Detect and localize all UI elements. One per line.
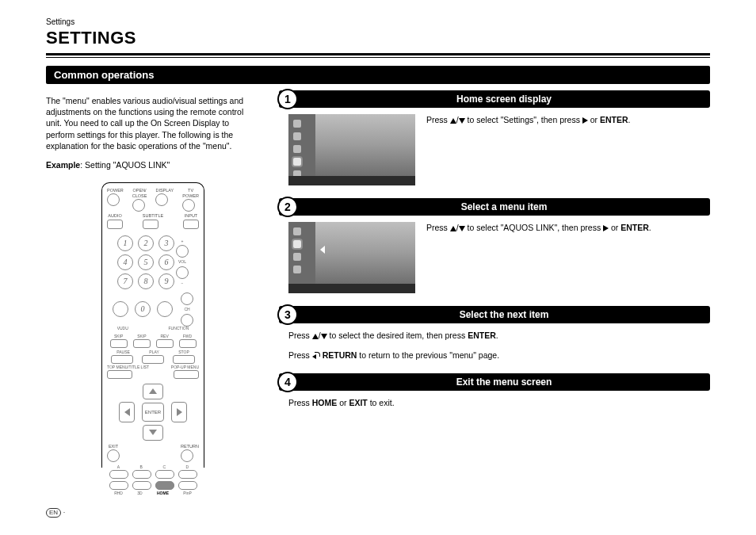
return-icon: [312, 352, 320, 359]
example-text: : Setting "AQUOS LINK": [80, 160, 170, 170]
step-1-instruction: Press / to select "Settings", then press…: [426, 114, 631, 185]
menu-screen-preview: [288, 222, 415, 293]
step-4-instruction: Press HOME or EXIT to exit.: [288, 397, 710, 409]
step-title: Exit the menu screen: [298, 376, 710, 388]
step-number: 3: [277, 304, 298, 325]
up-arrow-icon: [450, 118, 456, 124]
step-1-header: 1 Home screen display: [279, 90, 710, 108]
remote-control-illustration: POWER OPEN/ CLOSE DISPLAY TV POWER AUDIO…: [101, 182, 204, 468]
page-title: SETTINGS: [46, 28, 710, 53]
home-screen-preview: [288, 114, 415, 185]
step-3-instruction-line2: Press RETURN to return to the previous "…: [288, 350, 710, 361]
page-footer: EN ·: [46, 508, 65, 518]
intro-paragraph: The "menu" enables various audio/visual …: [46, 95, 260, 151]
step-3-header: 3 Select the next item: [279, 306, 710, 323]
step-2-header: 2 Select a menu item: [279, 198, 710, 216]
step-number: 4: [277, 372, 298, 392]
right-arrow-icon: [603, 225, 609, 231]
step-3-instruction-line1: Press / to select the desired item, then…: [288, 330, 710, 342]
right-arrow-icon: [582, 117, 588, 124]
step-title: Select a menu item: [298, 201, 710, 212]
step-title: Home screen display: [298, 94, 710, 105]
step-number: 2: [277, 197, 298, 217]
step-2-instruction: Press / to select "AQUOS LINK", then pre…: [426, 222, 651, 293]
down-arrow-icon: [459, 226, 465, 231]
section-heading: Common operations: [46, 66, 710, 84]
step-4-header: 4 Exit the menu screen: [279, 373, 710, 391]
step-number: 1: [277, 89, 298, 109]
breadcrumb: Settings: [46, 17, 710, 26]
horizontal-rule: [46, 53, 710, 55]
down-arrow-icon: [321, 334, 327, 339]
down-arrow-icon: [459, 118, 465, 124]
example-label: Example: [46, 160, 80, 170]
step-title: Select the next item: [298, 309, 710, 320]
horizontal-rule: [46, 57, 710, 58]
up-arrow-icon: [312, 334, 319, 339]
up-arrow-icon: [450, 226, 456, 231]
